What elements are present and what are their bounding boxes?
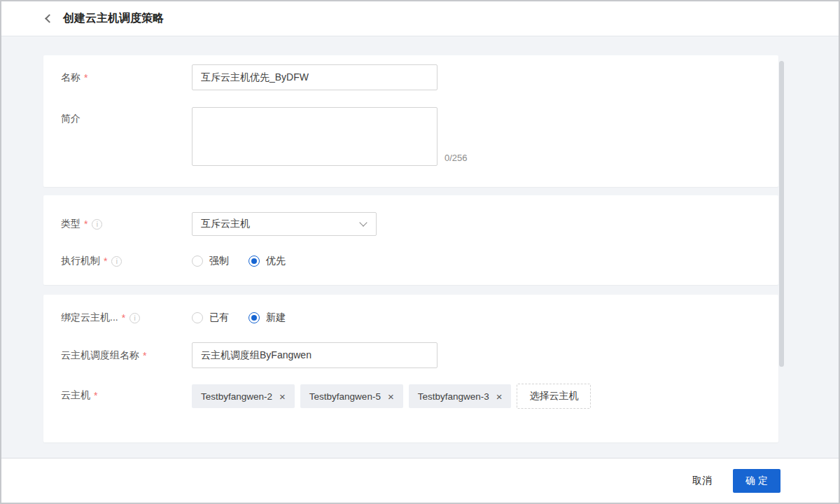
scrollbar-thumb[interactable] [779,61,784,367]
chevron-down-icon [359,218,367,226]
required-mark: * [104,255,107,267]
radio-option-new[interactable]: 新建 [248,312,286,324]
mechanism-radio-group: 强制 优先 [192,254,286,268]
mechanism-label: 执行机制 * i [43,254,192,268]
confirm-button[interactable]: 确定 [733,469,780,493]
group-name-label: 云主机调度组名称 * [43,342,192,368]
back-icon[interactable] [45,14,54,23]
name-input[interactable] [192,64,438,90]
remove-tag-icon[interactable]: × [388,391,394,402]
radio-icon[interactable] [248,255,260,267]
name-label: 名称 * [43,64,192,90]
required-mark: * [84,72,88,83]
description-label: 简介 [43,107,192,125]
description-textarea[interactable] [192,107,438,166]
binding-card: 绑定云主机... * i 已有 新建 云主机调度组名 [43,295,778,442]
footer-bar: 取消 确定 [1,458,839,503]
required-mark: * [122,312,125,323]
hosts-label: 云主机 * [43,384,192,407]
info-icon[interactable]: i [111,256,122,267]
page-header: 创建云主机调度策略 [1,1,839,36]
bind-mode-label: 绑定云主机... * i [43,311,192,325]
radio-icon[interactable] [248,312,260,323]
info-icon[interactable]: i [92,219,102,230]
required-mark: * [94,390,97,401]
description-row: 简介 0/256 [43,107,778,166]
form-body: 名称 * 简介 0/256 类型 * i [1,36,839,458]
remove-tag-icon[interactable]: × [496,391,503,402]
mechanism-row: 执行机制 * i 强制 优先 [43,254,778,268]
radio-icon[interactable] [192,312,203,323]
description-field-wrap: 0/256 [192,107,438,166]
host-tag: Testbyfangwen-5 × [300,384,403,408]
page-title: 创建云主机调度策略 [63,11,164,26]
radio-option-force[interactable]: 强制 [192,255,229,267]
name-row: 名称 * [43,64,778,90]
info-icon[interactable]: i [130,313,140,323]
radio-option-existing[interactable]: 已有 [192,312,229,324]
type-row: 类型 * i 互斥云主机 [43,212,778,236]
host-tags: Testbyfangwen-2 × Testbyfangwen-5 × Test… [192,384,591,409]
host-tag: Testbyfangwen-3 × [409,384,512,408]
type-select-value: 互斥云主机 [201,218,250,230]
hosts-row: 云主机 * Testbyfangwen-2 × Testbyfangwen-5 … [43,384,778,409]
group-name-row: 云主机调度组名称 * [43,342,778,368]
type-select[interactable]: 互斥云主机 [192,212,377,236]
basic-info-card: 名称 * 简介 0/256 [43,55,778,187]
policy-type-card: 类型 * i 互斥云主机 执行机制 * i 强制 [43,195,778,285]
select-hosts-button[interactable]: 选择云主机 [517,384,591,409]
remove-tag-icon[interactable]: × [279,391,286,402]
type-label: 类型 * i [43,212,192,236]
host-tag: Testbyfangwen-2 × [192,384,295,408]
cancel-button[interactable]: 取消 [692,475,712,487]
bind-mode-row: 绑定云主机... * i 已有 新建 [43,311,778,325]
required-mark: * [84,218,88,230]
required-mark: * [143,350,146,361]
create-scheduling-policy-page: 创建云主机调度策略 名称 * 简介 0/256 [0,0,840,504]
group-name-input[interactable] [192,342,438,368]
char-counter: 0/256 [444,153,468,163]
radio-option-priority[interactable]: 优先 [248,255,286,267]
bind-mode-radio-group: 已有 新建 [192,311,286,325]
radio-icon[interactable] [192,255,203,267]
